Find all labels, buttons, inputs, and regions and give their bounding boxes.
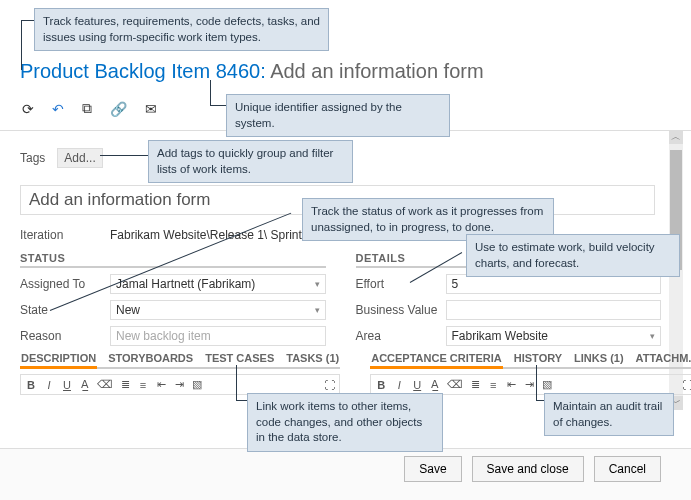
link-icon[interactable]: 🔗 bbox=[110, 101, 127, 117]
italic-icon[interactable]: I bbox=[43, 379, 55, 391]
reason-label: Reason bbox=[20, 329, 110, 343]
save-button[interactable]: Save bbox=[404, 456, 461, 482]
tab-links[interactable]: LINKS (1) bbox=[573, 350, 625, 367]
iteration-label: Iteration bbox=[20, 228, 110, 242]
callout-line bbox=[236, 400, 247, 401]
image-icon[interactable]: ▧ bbox=[191, 378, 203, 391]
callout-line bbox=[210, 80, 211, 105]
chevron-down-icon: ▾ bbox=[315, 305, 320, 315]
work-item-title: Product Backlog Item 8460: Add an inform… bbox=[20, 60, 484, 83]
indent-icon[interactable]: ⇥ bbox=[523, 378, 535, 391]
callout-line bbox=[21, 20, 34, 21]
right-tabs: ACCEPTANCE CRITERIA HISTORY LINKS (1) AT… bbox=[370, 350, 691, 395]
scroll-up-icon[interactable]: ︿ bbox=[669, 130, 683, 144]
numbering-icon[interactable]: ≡ bbox=[487, 379, 499, 391]
tab-acceptance[interactable]: ACCEPTANCE CRITERIA bbox=[370, 350, 503, 369]
left-tabs: DESCRIPTION STORYBOARDS TEST CASES TASKS… bbox=[20, 350, 340, 395]
callout-line bbox=[100, 155, 148, 156]
clear-format-icon[interactable]: ⌫ bbox=[97, 378, 113, 391]
iteration-value[interactable]: Fabrikam Website\Release 1\ Sprint 1 bbox=[110, 228, 312, 242]
tab-storyboards[interactable]: STORYBOARDS bbox=[107, 350, 194, 367]
bold-icon[interactable]: B bbox=[25, 379, 37, 391]
cancel-button[interactable]: Cancel bbox=[594, 456, 661, 482]
image-icon[interactable]: ▧ bbox=[541, 378, 553, 391]
mail-icon[interactable]: ✉ bbox=[145, 101, 157, 117]
callout-uid: Unique identifier assigned by the system… bbox=[226, 94, 450, 137]
callout-line bbox=[536, 365, 537, 400]
state-dropdown[interactable]: New▾ bbox=[110, 300, 326, 320]
editor-toolbar-right: B I U A̲ ⌫ ≣ ≡ ⇤ ⇥ ▧ ⛶ bbox=[370, 374, 691, 395]
bullets-icon[interactable]: ≣ bbox=[469, 378, 481, 391]
chevron-down-icon: ▾ bbox=[315, 279, 320, 289]
state-label: State bbox=[20, 303, 110, 317]
tab-attachments[interactable]: ATTACHM... bbox=[635, 350, 691, 367]
tags-label: Tags bbox=[20, 151, 45, 165]
undo-icon[interactable]: ↶ bbox=[52, 101, 64, 117]
font-color-icon[interactable]: A̲ bbox=[429, 378, 441, 391]
tab-test-cases[interactable]: TEST CASES bbox=[204, 350, 275, 367]
area-label: Area bbox=[356, 329, 446, 343]
chevron-down-icon: ▾ bbox=[650, 331, 655, 341]
save-close-button[interactable]: Save and close bbox=[472, 456, 584, 482]
work-item-name: Add an information form bbox=[270, 60, 483, 82]
callout-types: Track features, requirements, code defec… bbox=[34, 8, 329, 51]
indent-icon[interactable]: ⇥ bbox=[173, 378, 185, 391]
tab-history[interactable]: HISTORY bbox=[513, 350, 563, 367]
reason-input[interactable]: New backlog item bbox=[110, 326, 326, 346]
iteration-row: Iteration Fabrikam Website\Release 1\ Sp… bbox=[20, 228, 312, 242]
underline-icon[interactable]: U bbox=[411, 379, 423, 391]
callout-tags: Add tags to quickly group and filter lis… bbox=[148, 140, 353, 183]
work-item-id: Product Backlog Item 8460: bbox=[20, 60, 266, 82]
outdent-icon[interactable]: ⇤ bbox=[505, 378, 517, 391]
tags-row: Tags Add... bbox=[20, 148, 103, 168]
effort-label: Effort bbox=[356, 277, 446, 291]
maximize-icon[interactable]: ⛶ bbox=[682, 379, 692, 391]
bullets-icon[interactable]: ≣ bbox=[119, 378, 131, 391]
maximize-icon[interactable]: ⛶ bbox=[323, 379, 335, 391]
business-value-input[interactable] bbox=[446, 300, 662, 320]
bold-icon[interactable]: B bbox=[375, 379, 387, 391]
italic-icon[interactable]: I bbox=[393, 379, 405, 391]
area-dropdown[interactable]: Fabrikam Website▾ bbox=[446, 326, 662, 346]
toolbar: ⟳ ↶ ⧉ 🔗 ✉ bbox=[22, 100, 157, 117]
business-value-label: Business Value bbox=[356, 303, 446, 317]
status-section: STATUS Assigned To Jamal Hartnett (Fabri… bbox=[20, 252, 326, 352]
callout-history: Maintain an audit trail of changes. bbox=[544, 393, 674, 436]
copy-icon[interactable]: ⧉ bbox=[82, 100, 92, 117]
callout-line bbox=[210, 105, 226, 106]
numbering-icon[interactable]: ≡ bbox=[137, 379, 149, 391]
callout-line bbox=[236, 365, 237, 400]
tab-description[interactable]: DESCRIPTION bbox=[20, 350, 97, 369]
font-color-icon[interactable]: A̲ bbox=[79, 378, 91, 391]
callout-line bbox=[21, 20, 22, 70]
callout-effort: Use to estimate work, build velocity cha… bbox=[466, 234, 680, 277]
callout-links: Link work items to other items, code cha… bbox=[247, 393, 443, 452]
add-tag-button[interactable]: Add... bbox=[57, 148, 102, 168]
assigned-to-label: Assigned To bbox=[20, 277, 110, 291]
clear-format-icon[interactable]: ⌫ bbox=[447, 378, 463, 391]
underline-icon[interactable]: U bbox=[61, 379, 73, 391]
refresh-icon[interactable]: ⟳ bbox=[22, 101, 34, 117]
callout-line bbox=[536, 400, 544, 401]
assigned-to-dropdown[interactable]: Jamal Hartnett (Fabrikam)▾ bbox=[110, 274, 326, 294]
tab-tasks[interactable]: TASKS (1) bbox=[285, 350, 340, 367]
editor-toolbar-left: B I U A̲ ⌫ ≣ ≡ ⇤ ⇥ ▧ ⛶ bbox=[20, 374, 340, 395]
outdent-icon[interactable]: ⇤ bbox=[155, 378, 167, 391]
